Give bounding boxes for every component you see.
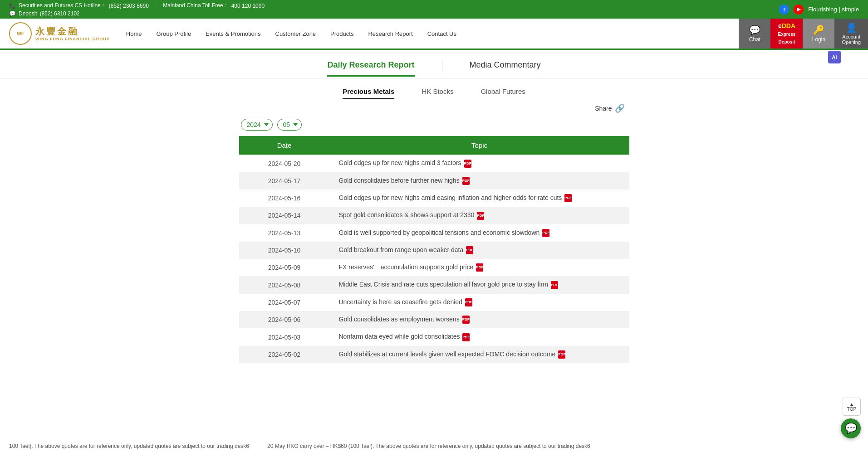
row-date: 2024-05-16 [239, 190, 330, 207]
nav-group-profile[interactable]: Group Profile [149, 19, 199, 49]
table-row[interactable]: 2024-05-10Gold breakout from range upon … [239, 242, 629, 259]
pdf-icon[interactable]: PDF [477, 212, 484, 220]
row-date: 2024-05-10 [239, 242, 330, 259]
col-topic: Topic [330, 136, 629, 155]
pdf-icon[interactable]: PDF [564, 194, 572, 202]
sub-tabs: Precious Metals HK Stocks Global Futures [0, 78, 868, 103]
row-date: 2024-05-14 [239, 207, 330, 224]
table-row[interactable]: 2024-05-14Spot gold consolidates & shows… [239, 207, 629, 224]
nav-home[interactable]: Home [119, 19, 149, 49]
navigation: WF 永豐金融 WING FUNG FINANCIAL GROUP Home G… [0, 19, 868, 50]
youtube-icon[interactable]: ▶ [794, 5, 804, 15]
deposit-number[interactable]: (852) 6310 2102 [40, 10, 80, 17]
brand-slogan: Flourishing | simple [808, 6, 859, 13]
mainland-number[interactable]: 400 120 1090 [231, 3, 265, 9]
phone-icon: 📞 [9, 3, 16, 9]
edda-button[interactable]: eDDA Express Deposit [770, 19, 803, 49]
row-topic[interactable]: Nonfarm data eyed while gold consolidate… [330, 328, 629, 345]
chat-button[interactable]: 💬 Chat [739, 19, 770, 49]
table-row[interactable]: 2024-05-16Gold edges up for new highs am… [239, 190, 629, 207]
report-tabs: Daily Research Report Media Commentary [0, 50, 868, 78]
ai-badge[interactable]: AI [828, 51, 841, 63]
nav-research-report[interactable]: Research Report [361, 19, 420, 49]
share-row: Share 🔗 [239, 103, 629, 113]
row-date: 2024-05-13 [239, 224, 330, 242]
account-icon: 👤 [846, 22, 857, 33]
table-row[interactable]: 2024-05-08Middle East Crisis and rate cu… [239, 276, 629, 293]
row-topic[interactable]: FX reserves' accumulation supports gold … [330, 259, 629, 276]
logo-circle: WF [9, 22, 32, 45]
account-opening-button[interactable]: 👤 AccountOpening [834, 19, 868, 49]
filter-row: 2024 2023 2022 2021 01 02 03 04 05 06 07… [239, 119, 629, 131]
row-topic[interactable]: Gold breakout from range upon weaker dat… [330, 242, 629, 259]
share-icon[interactable]: 🔗 [615, 103, 625, 113]
pdf-icon[interactable]: PDF [462, 177, 470, 185]
facebook-icon[interactable]: f [779, 5, 789, 15]
table-row[interactable]: 2024-05-13Gold is well supported by geop… [239, 224, 629, 242]
login-icon: 🔑 [813, 24, 824, 35]
row-date: 2024-05-08 [239, 276, 330, 293]
table-row[interactable]: 2024-05-02Gold stabilizes at current lev… [239, 346, 629, 363]
row-topic[interactable]: Uncertainty is here as ceasefire gets de… [330, 294, 629, 311]
logo-text: 永豐金融 WING FUNG FINANCIAL GROUP [35, 26, 110, 42]
month-filter[interactable]: 01 02 03 04 05 06 07 08 09 10 11 12 [277, 119, 302, 131]
table-row[interactable]: 2024-05-20Gold edges up for new highs am… [239, 155, 629, 172]
logo-area: WF 永豐金融 WING FUNG FINANCIAL GROUP [0, 19, 119, 49]
row-date: 2024-05-03 [239, 328, 330, 345]
nav-products[interactable]: Products [323, 19, 361, 49]
col-date: Date [239, 136, 330, 155]
pdf-icon[interactable]: PDF [465, 298, 472, 306]
chat-icon: 💬 [749, 24, 760, 35]
deposit-label: Deposit [19, 10, 37, 17]
nav-contact-us[interactable]: Contact Us [420, 19, 464, 49]
pdf-icon[interactable]: PDF [558, 350, 565, 359]
subtab-hk-stocks[interactable]: HK Stocks [422, 87, 453, 99]
row-date: 2024-05-09 [239, 259, 330, 276]
login-button[interactable]: 🔑 Login [803, 19, 834, 49]
table-row[interactable]: 2024-05-03Nonfarm data eyed while gold c… [239, 328, 629, 345]
row-date: 2024-05-06 [239, 311, 330, 328]
top-bar: 📞 Securities and Futures CS Hotline： (85… [0, 0, 868, 19]
table-row[interactable]: 2024-05-09FX reserves' accumulation supp… [239, 259, 629, 276]
tab-daily-research-report[interactable]: Daily Research Report [327, 60, 414, 77]
row-topic[interactable]: Spot gold consolidates & shows support a… [330, 207, 629, 224]
hotline-label: Securities and Futures CS Hotline： [19, 2, 106, 10]
row-topic[interactable]: Gold consolidates as employment worsensP… [330, 311, 629, 328]
pdf-icon[interactable]: PDF [464, 160, 471, 168]
data-table: Date Topic 2024-05-20Gold edges up for n… [239, 136, 629, 363]
row-date: 2024-05-02 [239, 346, 330, 363]
pdf-icon[interactable]: PDF [462, 316, 470, 324]
row-topic[interactable]: Middle East Crisis and rate cuts specula… [330, 276, 629, 293]
table-row[interactable]: 2024-05-06Gold consolidates as employmen… [239, 311, 629, 328]
share-label: Share [595, 105, 612, 112]
main-content: Daily Research Report Media Commentary P… [0, 50, 868, 381]
mainland-label: Mainland China Toll Free： [163, 2, 229, 10]
row-date: 2024-05-07 [239, 294, 330, 311]
row-topic[interactable]: Gold is well supported by geopolitical t… [330, 224, 629, 242]
tab-divider [442, 59, 442, 73]
nav-actions: 💬 Chat eDDA Express Deposit 🔑 Login 👤 Ac… [739, 19, 868, 49]
hotline-number[interactable]: (852) 2303 8690 [109, 3, 149, 9]
table-row[interactable]: 2024-05-07Uncertainty is here as ceasefi… [239, 294, 629, 311]
row-topic[interactable]: Gold consolidates before further new hig… [330, 172, 629, 190]
row-topic[interactable]: Gold stabilizes at current levels given … [330, 346, 629, 363]
nav-links: Home Group Profile Events & Promotions C… [119, 19, 739, 49]
row-topic[interactable]: Gold edges up for new highs amid easing … [330, 190, 629, 207]
nav-customer-zone[interactable]: Customer Zone [268, 19, 324, 49]
row-date: 2024-05-20 [239, 155, 330, 172]
tab-media-commentary[interactable]: Media Commentary [470, 60, 541, 77]
table-wrapper: Share 🔗 2024 2023 2022 2021 01 02 03 04 … [230, 103, 638, 363]
whatsapp-icon: 💬 [9, 10, 16, 17]
pdf-icon[interactable]: PDF [466, 246, 473, 254]
row-topic[interactable]: Gold edges up for new highs amid 3 facto… [330, 155, 629, 172]
row-date: 2024-05-17 [239, 172, 330, 190]
pdf-icon[interactable]: PDF [476, 263, 483, 272]
subtab-global-futures[interactable]: Global Futures [481, 87, 525, 99]
pdf-icon[interactable]: PDF [462, 333, 470, 341]
pdf-icon[interactable]: PDF [551, 281, 558, 289]
table-row[interactable]: 2024-05-17Gold consolidates before furth… [239, 172, 629, 190]
pdf-icon[interactable]: PDF [542, 229, 549, 237]
year-filter[interactable]: 2024 2023 2022 2021 [241, 119, 273, 131]
nav-events-promotions[interactable]: Events & Promotions [198, 19, 268, 49]
subtab-precious-metals[interactable]: Precious Metals [343, 87, 394, 99]
